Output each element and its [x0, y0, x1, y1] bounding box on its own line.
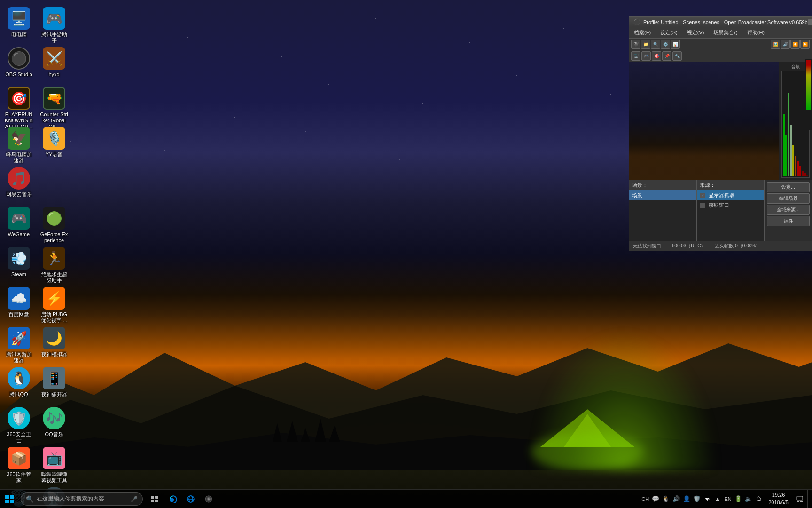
obs-tool-1[interactable]: 🎬	[631, 40, 640, 49]
obs-tool-4[interactable]: ⚙️	[661, 40, 670, 49]
taskbar-search-bar[interactable]: 🔍 在这里输入你要搜索的内容 🎤	[21, 492, 143, 506]
obs-menu-help[interactable]: 帮助(H)	[744, 28, 767, 37]
obs-tool-r4[interactable]: ▶️	[800, 40, 810, 49]
taskbar-show-desktop-btn[interactable]	[807, 490, 810, 508]
taskbar-ie-btn[interactable]	[182, 490, 199, 508]
icon-pubg-helper[interactable]: 🏃 绝地求生超级助手	[38, 245, 70, 285]
svg-rect-10	[151, 500, 154, 502]
obs-source-item-1[interactable]: ✓ 显示器抓取	[697, 190, 764, 200]
obs-menu-scene-collection[interactable]: 场景集合()	[710, 28, 740, 37]
icon-pubg[interactable]: 🎯 PLAYERUNKNOWNS BATTLEGR...	[2, 85, 35, 125]
obs-menu-settings[interactable]: 设定(S)	[657, 28, 680, 37]
icon-geforce[interactable]: 🟢 GeForce Experience	[38, 205, 70, 245]
tray-wifi-icon[interactable]	[703, 495, 711, 503]
obs-minimize-btn[interactable]: _	[808, 19, 812, 25]
icon-csgo[interactable]: 🔫 Counter-Strike: Global Off...	[38, 85, 70, 125]
obs-tool-2[interactable]: 📁	[641, 40, 650, 49]
obs-tool-r1[interactable]: 🖼️	[771, 40, 780, 49]
obs-scene-item-1[interactable]: 场景	[629, 190, 696, 200]
taskbar-edge-btn[interactable]	[164, 490, 181, 508]
netease-label: 网易云音乐	[6, 191, 32, 198]
360-tools-label: 360软件管家	[5, 471, 33, 484]
audio-bar-1	[783, 114, 785, 176]
wegame-label: WeGame	[8, 231, 30, 238]
icon-360-tools[interactable]: 📦 360软件管家	[2, 444, 35, 484]
obs-settings-btn[interactable]: 设定...	[767, 182, 810, 192]
icon-wegame[interactable]: 🎮 WeGame	[2, 205, 35, 245]
icon-qq-music[interactable]: 🎶 QQ音乐	[38, 405, 70, 444]
tray-language-icon[interactable]: CH	[641, 495, 649, 503]
icon-obs[interactable]: ⚫ OBS Studio	[2, 45, 35, 85]
svg-rect-11	[155, 500, 158, 502]
obs-source-item-2[interactable]: 获取窗口	[697, 200, 764, 210]
diandian-icon: 🖥️	[8, 7, 30, 30]
taskbar: 🔍 在这里输入你要搜索的内容 🎤	[0, 489, 812, 508]
icon-360[interactable]: 🛡️ 360安全卫士	[2, 405, 35, 444]
icon-nox[interactable]: 🌙 夜神模拟器	[38, 325, 70, 365]
tray-volume-icon[interactable]: 🔊	[672, 495, 680, 503]
qq-music-icon: 🎶	[43, 407, 65, 429]
taskbar-clock[interactable]: 19:26 2018/6/5	[765, 490, 792, 508]
tray-speaker-icon[interactable]: 🔈	[745, 495, 752, 503]
obs-menu-file[interactable]: 档案(F)	[631, 28, 654, 37]
obs-edit-scene-btn[interactable]: 编辑场景	[767, 193, 810, 204]
taskbar-task-view-btn[interactable]	[147, 490, 164, 508]
tray-user-icon[interactable]: 👤	[683, 495, 690, 503]
icon-qq[interactable]: 🐧 腾讯QQ	[2, 365, 35, 405]
pubg-icon: 🎯	[8, 87, 30, 110]
icon-steam[interactable]: 💨 Steam	[2, 245, 35, 285]
icon-fengniao[interactable]: 🦅 峰鸟电脑加速器	[2, 125, 35, 165]
fengniao-label: 峰鸟电脑加速器	[5, 151, 33, 164]
obs-plugins-btn[interactable]: 插件	[767, 216, 810, 226]
obs-toolbar-group2: 🖼️ 🔊 ⏺️ ▶️	[771, 40, 810, 49]
tray-shield-icon[interactable]: 🛡️	[693, 495, 701, 503]
tray-qq-icon[interactable]: 🐧	[662, 495, 670, 503]
obs-tool-b4[interactable]: 📌	[662, 51, 671, 61]
tray-chat-icon[interactable]: 💬	[652, 495, 659, 503]
yy-icon: 🎙️	[43, 127, 65, 150]
tray-arrow-icon[interactable]: ▲	[714, 495, 721, 503]
taskbar-start-button[interactable]	[0, 490, 19, 508]
tray-notification-icon[interactable]	[755, 495, 763, 503]
tray-ime-icon[interactable]: EN	[724, 495, 732, 503]
obs-all-sources-btn[interactable]: 全域来源...	[767, 205, 810, 215]
svg-rect-21	[800, 501, 803, 502]
obs-preview	[629, 62, 779, 180]
tray-battery-icon[interactable]: 🔋	[734, 495, 742, 503]
audio-bar-10	[804, 173, 806, 176]
obs-scenes-content: 场景	[629, 190, 696, 241]
voice-search-icon[interactable]: 🎤	[131, 496, 138, 502]
icon-bilibili[interactable]: 📺 哔哩哔哩弹幕视频工具	[38, 444, 70, 484]
icon-tencent-phone[interactable]: 🎮 腾讯手游助手	[38, 5, 70, 45]
wegame-icon: 🎮	[8, 207, 30, 230]
obs-tool-r2[interactable]: 🔊	[781, 40, 790, 49]
nox-multi-icon: 📱	[43, 367, 65, 389]
obs-tool-b2[interactable]: 🎮	[641, 51, 651, 61]
obs-tool-b5[interactable]: 🔧	[672, 51, 682, 61]
taskbar-action-center-btn[interactable]	[793, 490, 806, 508]
icon-pubg-opt[interactable]: ⚡ 启动 PUBG 优化视字 ...	[38, 285, 70, 325]
icon-yy[interactable]: 🎙️ YY语音	[38, 125, 70, 165]
search-placeholder-text: 在这里输入你要搜索的内容	[37, 495, 128, 503]
icon-nox-multi[interactable]: 📱 夜神多开器	[38, 365, 70, 405]
obs-tool-r3[interactable]: ⏺️	[790, 40, 800, 49]
obs-tool-b1[interactable]: 🖥️	[631, 51, 640, 61]
obs-menu-view[interactable]: 视定(V)	[684, 28, 707, 37]
icon-baidu[interactable]: ☁️ 百度网盘	[2, 285, 35, 325]
obs-tool-b3[interactable]: 🎯	[652, 51, 661, 61]
wifi-icon	[704, 496, 710, 502]
obs-tool-5[interactable]: 📊	[671, 40, 680, 49]
fengniao-icon: 🦅	[8, 127, 30, 150]
audio-bar-11	[806, 175, 808, 176]
icon-tencent-accel[interactable]: 🚀 腾讯网游加速器	[2, 325, 35, 365]
obs-status-time: 0:00:03（REC）	[671, 243, 705, 249]
edge-icon	[169, 495, 177, 503]
qq-icon: 🐧	[8, 367, 30, 389]
icon-hyxd[interactable]: ⚔️ hyxd	[38, 45, 70, 85]
icon-netease[interactable]: 🎵 网易云音乐	[2, 165, 35, 205]
icon-diandian[interactable]: 🖥️ 电电脑	[2, 5, 35, 45]
obs-tool-3[interactable]: 🔍	[651, 40, 660, 49]
obs-sources-label: 来源：	[700, 182, 715, 189]
taskbar-obs-btn[interactable]	[200, 490, 217, 508]
obs-preview-inner	[629, 62, 779, 180]
